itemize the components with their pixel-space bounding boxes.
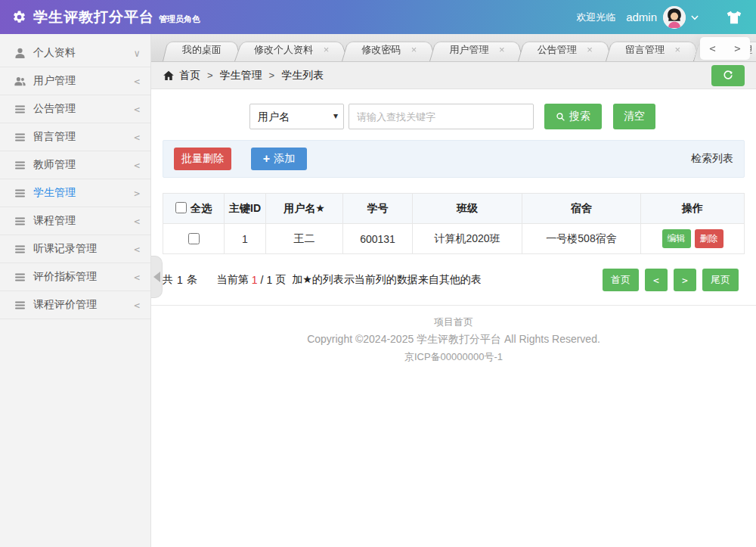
search-button-label: 搜索 bbox=[569, 110, 590, 123]
main-area: 我的桌面 修改个人资料 × 修改密码 × 用户管理 × 公告管理 × bbox=[151, 34, 756, 547]
chevron-down-icon: ∨ bbox=[134, 48, 140, 59]
edit-button[interactable]: 编辑 bbox=[662, 229, 691, 248]
sidebar-item-lecture-records[interactable]: 听课记录管理 < bbox=[0, 235, 150, 263]
list-icon bbox=[14, 159, 26, 172]
tab-scroll-right-button[interactable]: > bbox=[730, 42, 745, 54]
sidebar-item-announcements[interactable]: 公告管理 < bbox=[0, 95, 150, 123]
tab-announcement-management[interactable]: 公告管理 × bbox=[518, 39, 612, 61]
tab-user-management[interactable]: 用户管理 × bbox=[429, 39, 524, 61]
chevron-down-icon[interactable] bbox=[689, 12, 700, 23]
tab-label: 留言管理 bbox=[625, 44, 665, 55]
tshirt-theme-icon[interactable] bbox=[726, 9, 742, 26]
search-form: 用户名 ▾ 搜索 清空 bbox=[249, 104, 745, 129]
total-count: 1 bbox=[177, 274, 183, 286]
welcome-text: 欢迎光临 bbox=[576, 11, 615, 24]
row-select-cell bbox=[163, 224, 225, 254]
chevron-right-icon: > bbox=[134, 188, 140, 199]
sidebar-item-label: 评价指标管理 bbox=[33, 270, 134, 284]
search-field-select-wrap: 用户名 ▾ bbox=[249, 104, 344, 129]
row-student-no: 600131 bbox=[343, 224, 413, 254]
avatar-image bbox=[663, 6, 686, 29]
sidebar-collapse-handle[interactable] bbox=[151, 256, 163, 298]
close-icon[interactable]: × bbox=[499, 44, 505, 55]
chevron-left-icon: < bbox=[134, 160, 140, 171]
plus-icon: + bbox=[263, 153, 270, 165]
page-separator: / bbox=[261, 274, 264, 286]
table-row: 1 王二 600131 计算机2020班 一号楼508宿舍 编辑删除 bbox=[163, 224, 745, 254]
close-icon[interactable]: × bbox=[324, 44, 330, 55]
first-page-button[interactable]: 首页 bbox=[603, 269, 639, 291]
users-icon bbox=[14, 75, 26, 88]
tab-my-desktop[interactable]: 我的桌面 bbox=[163, 39, 241, 61]
sidebar-item-users[interactable]: 用户管理 < bbox=[0, 67, 150, 95]
app-root: 学生评教打分平台 管理员角色 欢迎光临 admin 个人资料 bbox=[0, 0, 756, 547]
col-header-operations: 操作 bbox=[641, 194, 745, 224]
select-all-header: 全选 bbox=[163, 194, 225, 224]
tab-edit-profile[interactable]: 修改个人资料 × bbox=[234, 39, 349, 61]
avatar[interactable] bbox=[663, 6, 686, 29]
chevron-left-icon: < bbox=[134, 300, 140, 311]
tab-scroll-left-button[interactable]: < bbox=[705, 42, 720, 54]
close-icon[interactable]: × bbox=[587, 44, 593, 55]
content: 用户名 ▾ 搜索 清空 批量删除 + 添加 bbox=[151, 89, 756, 547]
pagination-bar: 共 1 条 当前第 1 / 1 页 加★的列表示当前列的数据来自其他的表 首页 … bbox=[163, 269, 745, 291]
current-page-number: 1 bbox=[252, 274, 258, 286]
copyright-text: Copyright ©2024-2025 学生评教打分平台 All Rights… bbox=[163, 331, 745, 348]
breadcrumb-separator: > bbox=[269, 70, 275, 81]
tab-change-password[interactable]: 修改密码 × bbox=[342, 39, 436, 61]
sidebar-item-teachers[interactable]: 教师管理 < bbox=[0, 151, 150, 179]
search-input[interactable] bbox=[349, 104, 534, 129]
row-username: 王二 bbox=[266, 224, 343, 254]
chevron-left-icon: < bbox=[134, 132, 140, 143]
close-icon[interactable]: × bbox=[411, 44, 417, 55]
sidebar-item-messages[interactable]: 留言管理 < bbox=[0, 123, 150, 151]
select-all-checkbox[interactable] bbox=[175, 202, 187, 213]
clear-button[interactable]: 清空 bbox=[613, 104, 655, 129]
sidebar-item-course-evaluation[interactable]: 课程评价管理 < bbox=[0, 291, 150, 319]
breadcrumb-home[interactable]: 首页 bbox=[179, 69, 200, 82]
next-page-button[interactable]: > bbox=[674, 269, 696, 291]
tab-label: 修改密码 bbox=[361, 44, 401, 55]
pager-buttons: 首页 < > 尾页 bbox=[603, 269, 745, 291]
username-text: admin bbox=[626, 11, 657, 23]
list-icon bbox=[14, 299, 26, 312]
close-icon[interactable]: × bbox=[675, 44, 681, 55]
student-table: 全选 主键ID 用户名★ 学号 班级 宿舍 操作 bbox=[163, 193, 745, 254]
gear-icon bbox=[12, 10, 26, 24]
app-header: 学生评教打分平台 管理员角色 欢迎光临 admin bbox=[0, 0, 756, 34]
prev-page-button[interactable]: < bbox=[645, 269, 668, 291]
home-icon bbox=[163, 70, 175, 82]
sidebar-item-students[interactable]: 学生管理 > bbox=[0, 179, 150, 207]
sidebar-item-label: 个人资料 bbox=[33, 46, 134, 60]
search-button[interactable]: 搜索 bbox=[544, 104, 602, 129]
total-prefix: 共 bbox=[163, 273, 173, 287]
refresh-button[interactable] bbox=[711, 65, 745, 86]
col-header-dorm: 宿舍 bbox=[522, 194, 641, 224]
col-header-class: 班级 bbox=[413, 194, 522, 224]
row-checkbox[interactable] bbox=[188, 233, 200, 244]
list-icon bbox=[14, 243, 26, 256]
list-title: 检索列表 bbox=[691, 152, 733, 166]
sidebar-item-courses[interactable]: 课程管理 < bbox=[0, 207, 150, 235]
sidebar-item-label: 课程管理 bbox=[33, 214, 134, 228]
col-header-student-no: 学号 bbox=[343, 194, 413, 224]
app-title: 学生评教打分平台 bbox=[33, 8, 154, 27]
star-column-note: 加★的列表示当前列的数据来自其他的表 bbox=[292, 273, 482, 287]
breadcrumb-separator: > bbox=[207, 70, 213, 81]
page-unit: 页 bbox=[275, 273, 286, 287]
batch-delete-button[interactable]: 批量删除 bbox=[174, 148, 231, 170]
delete-button[interactable]: 删除 bbox=[695, 229, 723, 248]
sidebar-item-evaluation-indicators[interactable]: 评价指标管理 < bbox=[0, 263, 150, 291]
breadcrumb-level2: 学生列表 bbox=[281, 69, 324, 82]
last-page-button[interactable]: 尾页 bbox=[702, 269, 739, 291]
tab-message-management[interactable]: 留言管理 × bbox=[606, 39, 700, 61]
project-home-link[interactable]: 项目首页 bbox=[434, 313, 473, 331]
brand: 学生评教打分平台 管理员角色 bbox=[12, 8, 200, 27]
role-badge: 管理员角色 bbox=[159, 14, 200, 25]
sidebar-item-label: 课程评价管理 bbox=[33, 298, 134, 312]
tab-label: 修改个人资料 bbox=[254, 44, 313, 55]
add-button[interactable]: + 添加 bbox=[251, 148, 307, 170]
search-field-select[interactable]: 用户名 bbox=[249, 104, 344, 129]
table-header-row: 全选 主键ID 用户名★ 学号 班级 宿舍 操作 bbox=[163, 194, 745, 224]
sidebar-item-profile[interactable]: 个人资料 ∨ bbox=[0, 39, 150, 67]
